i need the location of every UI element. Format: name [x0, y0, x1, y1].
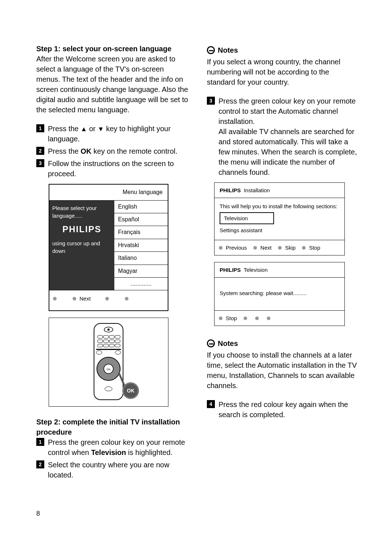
dot-icon: [125, 297, 128, 301]
dot-icon: [255, 317, 259, 320]
lang-item[interactable]: Italiano: [114, 252, 168, 265]
section-television[interactable]: Television: [220, 212, 274, 224]
searching-text: System searching: please wait.........: [220, 289, 339, 297]
hint: using cursor up and down: [52, 239, 111, 255]
installation-box: PHILIPS Installation This will help you …: [214, 182, 345, 255]
note-icon: [207, 46, 215, 54]
notes-label: Notes: [218, 45, 238, 55]
notes2-para: If you choose to install the channels at…: [207, 350, 359, 391]
dot-icon: [73, 297, 76, 301]
num-badge: 3: [36, 159, 44, 167]
down-arrow-icon: ▼: [98, 125, 104, 133]
footer-stop: Stop: [226, 314, 237, 322]
dot-icon: [253, 246, 257, 250]
num-badge: 2: [36, 460, 44, 468]
notes1-para: If you select a wrong country, the chann…: [207, 57, 359, 87]
prompt: Please select your language.....: [52, 204, 111, 219]
lang-item[interactable]: Hrvatski: [114, 239, 168, 252]
txt: Press the red colour key again when the …: [219, 399, 359, 420]
svg-text:OK: OK: [106, 368, 111, 371]
right-item-3: 3 Press the green colour key on your rem…: [207, 96, 359, 177]
footer-skip: Skip: [285, 244, 295, 251]
svg-rect-15: [96, 349, 121, 350]
notes-heading: Notes: [207, 45, 359, 55]
num-badge: 2: [36, 147, 44, 155]
lang-item[interactable]: Français: [114, 226, 168, 239]
remote-illustration: OK OK: [49, 318, 168, 407]
body-text: This will help you to install the follow…: [220, 202, 339, 210]
txt: is highlighted.: [126, 448, 172, 456]
txt: Select the country where you are now loc…: [48, 460, 189, 480]
brand: PHILIPS: [220, 187, 241, 193]
ok-callout: OK: [122, 382, 139, 399]
notes-label: Notes: [218, 338, 238, 348]
lang-item[interactable]: English: [114, 201, 168, 213]
lang-item[interactable]: .............: [114, 278, 168, 290]
language-list: English Español Français Hrvatski Italia…: [114, 201, 168, 290]
num-badge: 1: [36, 438, 44, 446]
step2-item-1: 1 Press the green colour key on your rem…: [36, 437, 189, 458]
menu-footer: Next: [49, 290, 168, 310]
note-icon: [207, 339, 215, 347]
dot-icon: [53, 297, 57, 301]
up-arrow-icon: ▲: [81, 125, 87, 133]
step1-paragraph: After the Welcome screen you are asked t…: [36, 54, 189, 115]
notes-heading-2: Notes: [207, 338, 359, 348]
num-badge: 1: [36, 124, 44, 132]
footer-next: Next: [260, 244, 271, 251]
dot-icon: [219, 246, 222, 250]
tvbox-footer: Previous Next Skip Stop: [215, 240, 344, 255]
step1-item-3: 3 Follow the instructions on the screen …: [36, 158, 189, 179]
tvbox-footer: Stop: [215, 310, 344, 326]
philips-logo: PHILIPS: [52, 223, 111, 235]
menu-language-box: Menu language Please select your languag…: [49, 184, 168, 311]
step1-heading: Step 1: select your on-screen language: [36, 44, 189, 54]
title: Installation: [244, 187, 270, 193]
num-badge: 4: [207, 400, 215, 408]
txt: or: [87, 125, 98, 133]
dot-icon: [267, 317, 270, 320]
footer-stop: Stop: [309, 244, 320, 251]
ok-key: OK: [81, 147, 91, 155]
txt: Press the: [48, 147, 81, 155]
page-number: 8: [36, 509, 40, 518]
dot-icon: [244, 317, 247, 320]
television-bold: Television: [91, 448, 126, 456]
dot-icon: [219, 317, 222, 320]
txt: key on the remote control.: [91, 147, 177, 155]
svg-point-2: [107, 329, 110, 331]
brand: PHILIPS: [220, 267, 241, 273]
txt: Press the: [48, 125, 81, 133]
dot-icon: [302, 246, 306, 250]
title: Television: [244, 267, 268, 273]
right-item-4: 4 Press the red colour key again when th…: [207, 399, 359, 420]
footer-previous: Previous: [226, 244, 247, 251]
next-label: Next: [79, 295, 91, 302]
txt: Press the green colour key on your remot…: [219, 96, 359, 177]
step1-item-2: 2 Press the OK key on the remote control…: [36, 146, 189, 156]
num-badge: 3: [207, 97, 215, 105]
step2-heading: Step 2: complete the initial TV installa…: [36, 417, 189, 437]
txt: Follow the instructions on the screen to…: [48, 158, 189, 179]
menu-header: Menu language: [49, 185, 168, 200]
dot-icon: [278, 246, 282, 250]
step2-item-2: 2 Select the country where you are now l…: [36, 460, 189, 480]
section-settings-assistant[interactable]: Settings assistant: [220, 226, 339, 234]
step1-item-1: 1 Press the ▲ or ▼ key to highlight your…: [36, 124, 189, 144]
dot-icon: [105, 297, 109, 301]
lang-item[interactable]: Español: [114, 213, 168, 226]
lang-item[interactable]: Magyar: [114, 265, 168, 278]
television-searching-box: PHILIPS Television System searching: ple…: [214, 262, 345, 326]
